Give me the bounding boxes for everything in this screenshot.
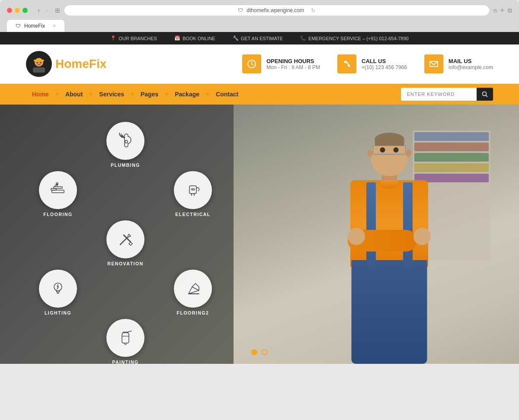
worker-hair bbox=[375, 133, 404, 146]
svg-point-12 bbox=[125, 140, 128, 143]
phone-svg-icon bbox=[342, 59, 352, 69]
duplicate-button[interactable]: ⧉ bbox=[508, 7, 512, 14]
svg-line-8 bbox=[252, 64, 253, 65]
service-flooring[interactable]: FLOORING bbox=[39, 171, 77, 217]
mail-icon-box bbox=[424, 54, 443, 73]
worker-ear-left bbox=[368, 149, 373, 157]
minimize-button[interactable] bbox=[15, 8, 20, 13]
new-tab-button[interactable]: + bbox=[500, 6, 504, 14]
refresh-icon[interactable]: ↻ bbox=[311, 7, 315, 13]
nav-about[interactable]: About bbox=[59, 84, 89, 105]
services-container: PLUMBING FLO bbox=[0, 105, 251, 364]
branches-label: OUR BRANCHES bbox=[119, 36, 157, 41]
service-row-4: LIGHTING FLOORING2 bbox=[30, 270, 221, 315]
phone-icon-box bbox=[337, 54, 356, 73]
nav-sep-1: ✦ bbox=[55, 91, 59, 97]
nav-home[interactable]: Home bbox=[26, 84, 55, 105]
svg-point-10 bbox=[483, 92, 487, 96]
room-bg bbox=[234, 105, 519, 364]
renovation-circle[interactable] bbox=[106, 220, 144, 258]
maximize-button[interactable] bbox=[22, 8, 28, 13]
flooring2-circle[interactable] bbox=[174, 270, 212, 308]
service-lighting[interactable]: LIGHTING bbox=[39, 270, 77, 315]
plumbing-circle[interactable] bbox=[106, 122, 144, 160]
top-bar: 📍 OUR BRANCHES 📅 BOOK ONLINE 🔧 GET AN ES… bbox=[0, 32, 519, 45]
mail-us-detail: info@example.com bbox=[449, 64, 493, 70]
worker-hand-right bbox=[413, 228, 431, 245]
nav-sep-5: ✦ bbox=[205, 91, 210, 97]
nav-links: Home ✦ About ✦ Services ✦ Pages ✦ Packag… bbox=[26, 84, 244, 105]
site-header: HomeFix OPENING HOURS Mon - Fri : 9 AM -… bbox=[0, 45, 519, 84]
opening-hours-info: OPENING HOURS Mon - Fri : 9 AM - 8 PM bbox=[242, 54, 320, 73]
service-painting[interactable]: PAINTING bbox=[106, 319, 144, 364]
svg-rect-13 bbox=[52, 190, 64, 193]
painting-icon bbox=[116, 328, 135, 347]
close-button[interactable] bbox=[7, 8, 12, 13]
service-plumbing[interactable]: PLUMBING bbox=[106, 122, 144, 168]
nav-sep-4: ✦ bbox=[164, 91, 169, 97]
tab-close[interactable]: × bbox=[53, 23, 56, 29]
painting-label: PAINTING bbox=[112, 360, 138, 364]
browser-nav-controls: ‹ › bbox=[35, 6, 51, 15]
worker-ear-right bbox=[406, 149, 411, 157]
painting-circle[interactable] bbox=[106, 319, 144, 357]
logo-svg bbox=[29, 54, 48, 73]
browser-actions: ⎋ + ⧉ bbox=[493, 6, 512, 14]
service-flooring2[interactable]: FLOORING2 bbox=[174, 270, 212, 315]
address-bar[interactable]: 🛡 dthomefix.wpengine.com ↻ bbox=[64, 5, 489, 16]
wrench-icon: 🔧 bbox=[233, 35, 239, 41]
slider-dot-2[interactable] bbox=[262, 349, 268, 355]
call-us-title: CALL US bbox=[362, 58, 407, 64]
search-input[interactable] bbox=[401, 88, 477, 100]
service-row-5: PAINTING bbox=[30, 319, 221, 364]
sidebar-toggle[interactable]: ⊞ bbox=[55, 7, 60, 14]
nav-pages[interactable]: Pages bbox=[135, 84, 164, 105]
back-button[interactable]: ‹ bbox=[35, 6, 42, 15]
slider-dot-1[interactable] bbox=[251, 349, 257, 355]
mail-us-title: MAIL US bbox=[449, 58, 493, 64]
svg-point-3 bbox=[37, 62, 38, 64]
lighting-circle[interactable] bbox=[39, 270, 77, 308]
nav-package[interactable]: Package bbox=[169, 84, 205, 105]
plumbing-label: PLUMBING bbox=[111, 162, 140, 168]
service-row-2: FLOORING ELECTRICAL bbox=[30, 171, 221, 217]
forward-button[interactable]: › bbox=[44, 6, 50, 15]
worker-hand-left bbox=[348, 228, 365, 245]
navigation-bar: Home ✦ About ✦ Services ✦ Pages ✦ Packag… bbox=[0, 84, 519, 105]
search-button[interactable] bbox=[477, 88, 493, 101]
svg-rect-2 bbox=[34, 60, 44, 61]
service-renovation[interactable]: RENOVATION bbox=[106, 220, 144, 266]
opening-hours-detail: Mon - Fri : 9 AM - 8 PM bbox=[266, 64, 320, 70]
flooring-circle[interactable] bbox=[39, 171, 77, 209]
search-icon bbox=[482, 91, 488, 97]
website-content: 📍 OUR BRANCHES 📅 BOOK ONLINE 🔧 GET AN ES… bbox=[0, 32, 519, 364]
estimate-label: GET AN ESTIMATE bbox=[241, 36, 283, 41]
site-logo[interactable]: HomeFix bbox=[26, 51, 106, 77]
mail-us-text: MAIL US info@example.com bbox=[449, 58, 493, 70]
service-electrical[interactable]: ELECTRICAL bbox=[174, 171, 212, 217]
logo-icon bbox=[26, 51, 52, 77]
svg-line-30 bbox=[128, 331, 131, 332]
book-online-link[interactable]: 📅 BOOK ONLINE bbox=[174, 35, 215, 41]
emergency-link[interactable]: 📞 EMERGENCY SERVICE – (+91) 012-654-7890 bbox=[300, 35, 409, 41]
svg-line-11 bbox=[486, 95, 488, 97]
logo-text: HomeFix bbox=[55, 57, 106, 71]
nav-sep-3: ✦ bbox=[130, 91, 135, 97]
slider-dots bbox=[251, 349, 268, 355]
active-tab[interactable]: 🛡 HomeFix × bbox=[7, 20, 64, 32]
clock-icon bbox=[247, 59, 256, 69]
nav-services[interactable]: Services bbox=[93, 84, 130, 105]
branches-link[interactable]: 📍 OUR BRANCHES bbox=[110, 35, 157, 41]
electrical-label: ELECTRICAL bbox=[175, 212, 211, 217]
phone-icon: 📞 bbox=[300, 35, 306, 41]
electrical-circle[interactable] bbox=[174, 171, 212, 209]
opening-hours-text: OPENING HOURS Mon - Fri : 9 AM - 8 PM bbox=[266, 58, 320, 70]
share-button[interactable]: ⎋ bbox=[493, 7, 497, 14]
nav-contact[interactable]: Contact bbox=[210, 84, 244, 105]
flooring2-icon bbox=[183, 279, 202, 298]
mail-us-info: MAIL US info@example.com bbox=[424, 54, 493, 73]
renovation-label: RENOVATION bbox=[107, 261, 143, 266]
flooring-label: FLOORING bbox=[43, 212, 72, 217]
estimate-link[interactable]: 🔧 GET AN ESTIMATE bbox=[233, 35, 283, 41]
worker-overalls-straps bbox=[352, 182, 426, 269]
